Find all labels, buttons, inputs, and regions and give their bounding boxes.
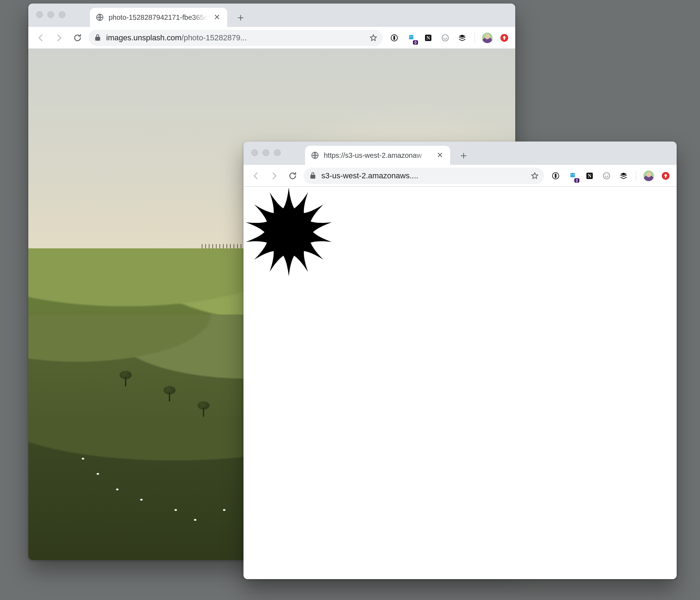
extensions: 0 N	[547, 170, 672, 182]
traffic-close[interactable]	[36, 11, 43, 18]
lock-icon	[309, 172, 317, 180]
tab-title: photo-1528287942171-fbe365d	[109, 13, 208, 22]
reload-button[interactable]	[70, 30, 85, 45]
window-controls	[36, 11, 65, 18]
tab-strip: photo-1528287942171-fbe365d ✕ ＋	[28, 4, 515, 27]
browser-window-front: https://s3-us-west-2.amazonaw ✕ ＋ s3-us-…	[243, 142, 677, 579]
svg-point-4	[410, 36, 411, 37]
url-path: /photo-15282879...	[182, 33, 247, 42]
close-tab-icon[interactable]: ✕	[212, 12, 222, 23]
buffer-extension-icon[interactable]	[456, 32, 468, 44]
toolbar: images.unsplash.com /photo-15282879... 0…	[28, 27, 515, 49]
back-button[interactable]	[33, 30, 48, 45]
tab-title: https://s3-us-west-2.amazonaw	[324, 151, 431, 160]
toolbar: s3-us-west-2.amazonaws.... 0 N	[243, 165, 677, 187]
svg-point-5	[412, 36, 413, 37]
notion-extension-icon[interactable]: N	[422, 32, 434, 44]
svg-marker-24	[620, 177, 627, 179]
convertkit-extension-icon[interactable]	[439, 32, 451, 44]
onepassword-icon[interactable]	[550, 170, 562, 182]
address-bar[interactable]: images.unsplash.com /photo-15282879...	[88, 30, 383, 46]
svg-rect-16	[555, 174, 556, 178]
extensions: 0 N	[386, 32, 510, 44]
svg-point-21	[603, 173, 610, 179]
buffer-extension-icon[interactable]	[618, 170, 630, 182]
globe-icon	[311, 151, 319, 160]
traffic-minimize[interactable]	[263, 149, 269, 156]
reload-button[interactable]	[285, 168, 300, 183]
sun-svg-image	[245, 188, 333, 276]
svg-marker-22	[620, 173, 627, 175]
convertkit-extension-icon[interactable]	[601, 170, 613, 182]
bookmark-star-icon[interactable]	[530, 172, 539, 180]
browser-tab[interactable]: https://s3-us-west-2.amazonaw ✕	[305, 146, 450, 165]
traffic-zoom[interactable]	[59, 11, 65, 18]
forward-button[interactable]	[267, 168, 282, 183]
upload-extension-icon[interactable]	[660, 170, 672, 182]
traffic-minimize[interactable]	[47, 11, 54, 18]
svg-point-17	[571, 174, 572, 175]
svg-text:N: N	[426, 35, 430, 41]
tab-strip: https://s3-us-west-2.amazonaw ✕ ＋	[243, 142, 677, 165]
svg-marker-14	[532, 173, 538, 179]
new-tab-button[interactable]: ＋	[233, 10, 248, 25]
url-host: s3-us-west-2.amazonaws....	[321, 171, 418, 180]
toolbar-divider	[636, 171, 636, 181]
close-tab-icon[interactable]: ✕	[435, 150, 444, 161]
traffic-zoom[interactable]	[274, 149, 281, 156]
url-host: images.unsplash.com	[106, 33, 182, 42]
toolbar-divider	[475, 33, 475, 43]
back-button[interactable]	[248, 168, 263, 183]
ghost-badge: 0	[574, 178, 579, 183]
upload-extension-icon[interactable]	[498, 32, 510, 44]
lock-icon	[93, 34, 102, 42]
url: s3-us-west-2.amazonaws....	[321, 171, 418, 180]
svg-marker-11	[459, 39, 465, 41]
bookmark-star-icon[interactable]	[369, 34, 378, 42]
svg-text:N: N	[588, 173, 591, 179]
onepassword-icon[interactable]	[388, 32, 400, 44]
forward-button[interactable]	[52, 30, 67, 45]
profile-avatar[interactable]	[643, 170, 655, 182]
svg-marker-1	[370, 35, 377, 41]
browser-tab[interactable]: photo-1528287942171-fbe365d ✕	[90, 8, 227, 27]
ghost-extension-icon[interactable]: 0	[567, 170, 579, 182]
svg-rect-3	[394, 36, 395, 40]
svg-point-18	[573, 174, 574, 175]
traffic-close[interactable]	[251, 149, 258, 156]
profile-avatar[interactable]	[481, 32, 493, 44]
address-bar[interactable]: s3-us-west-2.amazonaws....	[304, 168, 544, 184]
ghost-extension-icon[interactable]: 0	[405, 32, 417, 44]
notion-extension-icon[interactable]: N	[584, 170, 596, 182]
new-tab-button[interactable]: ＋	[456, 148, 471, 163]
page-content-svg	[243, 187, 677, 579]
window-controls	[251, 149, 281, 156]
ghost-badge: 0	[413, 40, 418, 45]
globe-icon	[96, 13, 104, 22]
svg-point-8	[442, 35, 448, 41]
url: images.unsplash.com /photo-15282879...	[106, 33, 247, 42]
svg-marker-9	[459, 35, 465, 38]
